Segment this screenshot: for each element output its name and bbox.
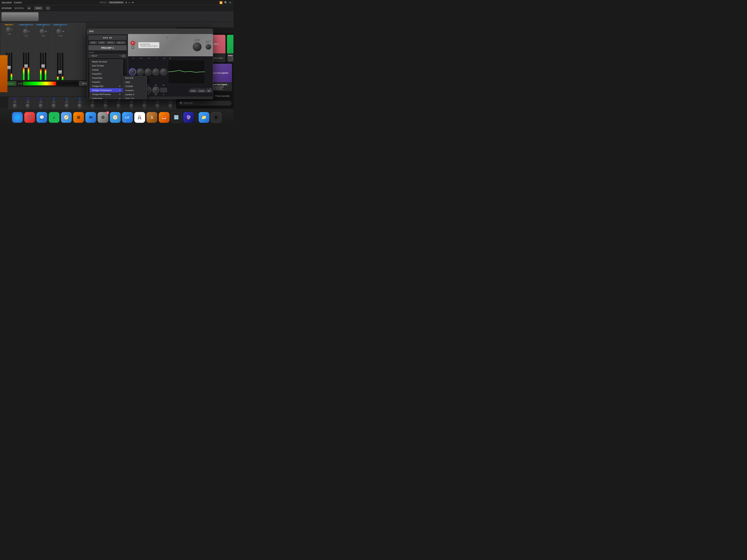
dock-trash[interactable]: 🗑 <box>211 112 222 123</box>
dock-spotify[interactable]: ♪ <box>49 112 59 123</box>
spotify-search-row[interactable]: 🔍 TOP POP <box>178 101 232 106</box>
dock-finder[interactable]: 🌐 <box>12 112 23 123</box>
dock-calendar[interactable]: GRU 21 <box>134 112 145 123</box>
dock-messages[interactable]: 💬 <box>36 112 47 123</box>
eq-knob-r2-3[interactable] <box>153 87 159 93</box>
dropdown-item-vintage-mic[interactable]: Vintage MicPreamps ▶ <box>90 92 123 96</box>
afx-load-btn[interactable]: LOAD <box>98 41 106 44</box>
device-id: 3401319000146 <box>108 1 124 4</box>
dock-files[interactable]: 📁 <box>199 112 209 123</box>
eq-knob-3[interactable] <box>153 69 159 75</box>
custom-label: Custom <box>88 52 127 53</box>
dock-scrivener[interactable]: S <box>147 112 157 123</box>
mix-inf-9: -Inf <box>130 100 133 102</box>
mix-knob-7[interactable] <box>104 104 108 108</box>
eq-knob-2[interactable] <box>145 69 151 75</box>
minimize-icon[interactable]: — <box>128 1 130 4</box>
mix-knob-1[interactable] <box>26 104 30 108</box>
afx-save-btn[interactable]: SAVE <box>89 41 97 44</box>
afx-del-all-btn[interactable]: DEL ALL <box>116 41 126 44</box>
mix-knob-11[interactable] <box>155 104 159 108</box>
pan-knob-preamp4[interactable] <box>6 27 11 32</box>
fader-handle-cp2[interactable] <box>41 64 45 68</box>
mix-knob-9[interactable] <box>129 104 134 108</box>
fx-arrow-icon[interactable]: ▼ <box>119 55 121 57</box>
hw-voltage-label: VOLTAGEGAIN dB <box>194 39 200 42</box>
fader-handle-preamp4[interactable] <box>7 66 11 69</box>
dock-safari-compass[interactable]: 🧭 <box>61 112 72 123</box>
afx-bp-all-btn[interactable]: BP ALL <box>106 41 115 44</box>
submenu-gyratec[interactable]: Gyratec X <box>123 92 147 97</box>
mix-knob-3[interactable] <box>52 104 56 108</box>
fx-bp-btn[interactable]: BP <box>122 55 125 57</box>
dropdown-item-vintage-comp[interactable]: Vintage Compressors ▶ <box>90 88 123 92</box>
pan-knob-cp1[interactable] <box>23 29 28 34</box>
dock-firefox[interactable]: 🦊 <box>159 112 170 123</box>
search-icon[interactable]: 🔍 <box>224 1 227 4</box>
hw-trim-knob-group: OUTPUTTRIM <box>205 41 211 50</box>
load-btn[interactable]: L <box>46 6 50 10</box>
submenu-x903[interactable]: X903 <box>123 80 147 84</box>
fader-track-preamp4[interactable] <box>8 53 10 82</box>
eq-save-btn[interactable]: SAVE <box>189 89 197 92</box>
mix-knob-2[interactable] <box>39 104 43 108</box>
mix-inf-4: -inf <box>66 100 68 102</box>
dropdown-item-guitar-amp[interactable]: Guitar Amp ▶ <box>90 96 123 99</box>
dropdown-item-powerex[interactable]: PowerEx <box>90 80 123 84</box>
fx-selector[interactable]: ✕ RD-47 ▼ BP Master De-esser Reel To Ree… <box>88 54 127 58</box>
daily-mix-5-card[interactable]: Daily Mix 5 Daily Mix 5 DJ Space'C, Movi… <box>227 35 233 62</box>
lightroom-icon: LrC <box>125 116 129 119</box>
fader-track-cp2[interactable] <box>42 53 44 82</box>
eq-knob-1[interactable] <box>137 69 144 75</box>
mix-knob-6[interactable] <box>91 104 95 108</box>
fader-cp3 <box>52 37 68 83</box>
dropdown-item-clearq[interactable]: ClearQ <box>90 68 123 72</box>
dropdown-item-reel[interactable]: Reel To Reel <box>90 64 123 68</box>
dock-network[interactable]: 🔮 <box>183 112 194 123</box>
mix-knob-5[interactable] <box>78 104 82 108</box>
eq-load-btn[interactable]: LOAD <box>198 89 205 92</box>
dock-lightroom[interactable]: LrC <box>122 112 133 123</box>
eq-bp-btn[interactable]: BP <box>206 89 212 92</box>
dock-mail[interactable]: ✉ <box>85 112 96 123</box>
submenu-fet-a76[interactable]: FET-A76 <box>123 76 147 80</box>
dock-calculator[interactable]: 🔢 <box>171 112 182 123</box>
mix-knob-8[interactable] <box>117 104 121 108</box>
dropdown-item-powergate[interactable]: PowerGate <box>90 76 123 80</box>
app-name-control[interactable]: Control <box>14 1 22 4</box>
dropdown-item-vintage-eqs[interactable]: Vintage EQs ▶ <box>90 84 123 88</box>
show-all-btn[interactable]: Pokaż wszystko <box>213 94 232 98</box>
hw-gain-knob[interactable] <box>192 42 202 52</box>
app-name-discrete[interactable]: discrete4 <box>2 1 12 4</box>
dock-safari[interactable]: 🧭 <box>110 112 121 123</box>
fader-track-cp1[interactable] <box>25 53 27 82</box>
fader-track-cp3[interactable] <box>59 53 61 82</box>
pan-knob-cp2[interactable] <box>40 29 45 34</box>
mix-knob-12[interactable] <box>169 104 173 108</box>
pan-knob-cp3[interactable] <box>56 29 61 34</box>
dropdown-item-de-esser[interactable]: Master De-esser <box>90 60 123 64</box>
dock-launchpad[interactable]: ⊞ <box>73 112 84 123</box>
dock-system-prefs[interactable]: ⚙ 2 <box>98 112 108 123</box>
save-btn[interactable]: SAVE <box>34 6 43 10</box>
mix-knob-0[interactable] <box>13 104 17 108</box>
gl-10k: 10K <box>206 88 208 89</box>
fader-handle-cp3[interactable] <box>58 70 62 74</box>
mix-knob-4[interactable] <box>65 104 69 108</box>
eq-knob-4[interactable] <box>160 69 167 75</box>
info-icon[interactable]: ℹ <box>126 1 127 4</box>
hw-trim-knob[interactable] <box>205 44 211 50</box>
close-icon[interactable]: ✕ <box>132 1 134 4</box>
eq-knob-0[interactable] <box>129 69 136 75</box>
fader-handle-cp1[interactable] <box>24 64 28 68</box>
dock-music[interactable]: 🎵 <box>24 112 35 123</box>
eq-shape-btn-4[interactable]: ∿ <box>160 88 167 92</box>
dropdown-item-powerffc[interactable]: PowerFFC <box>90 72 123 76</box>
fx-close-icon[interactable]: ✕ <box>90 55 91 57</box>
submenu-tube176[interactable]: Tube 176 <box>123 97 147 99</box>
submenu-liverpool[interactable]: Liverpool <box>123 88 147 92</box>
freq-label-1: 200 <box>138 57 144 59</box>
submenu-vca160[interactable]: VCA160 <box>123 84 147 88</box>
hw-plate-text: MIC AMPLIFIER TYPE RD-47 SER. N° 1819 K <box>140 43 157 47</box>
mix-knob-10[interactable] <box>143 104 147 108</box>
